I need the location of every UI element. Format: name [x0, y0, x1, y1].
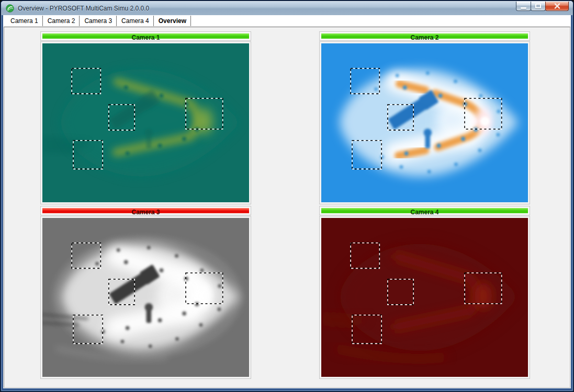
minimize-icon — [521, 7, 526, 9]
camera-4-panel: Camera 4 — [320, 206, 534, 378]
camera-2-image[interactable] — [320, 42, 530, 204]
window-body: Camera 1 Camera 2 Camera 3 Camera 4 Over… — [3, 15, 571, 388]
overview-client-area: Camera 1 — [4, 27, 570, 388]
camera-1-panel: Camera 1 — [41, 32, 255, 204]
camera-3-status-header: Camera 3 — [41, 206, 251, 215]
minimize-button[interactable] — [516, 2, 531, 11]
maximize-button[interactable] — [531, 2, 546, 11]
window-title: Overview - PYROSOFT MultiCam Simu 2.0.0.… — [18, 5, 149, 12]
camera-3-panel: Camera 3 — [41, 206, 255, 378]
camera-4-status-header: Camera 4 — [320, 206, 530, 215]
camera-4-title: Camera 4 — [410, 209, 438, 216]
app-window: Overview - PYROSOFT MultiCam Simu 2.0.0.… — [0, 0, 574, 392]
camera-2-status-header: Camera 2 — [320, 32, 530, 40]
maximize-icon — [535, 4, 541, 8]
camera-3-title: Camera 3 — [131, 209, 160, 216]
camera-1-title: Camera 1 — [131, 34, 160, 41]
camera-4-image[interactable] — [320, 216, 530, 378]
window-controls — [516, 2, 569, 11]
camera-3-image[interactable] — [41, 216, 251, 378]
camera-2-title: Camera 2 — [410, 34, 438, 41]
tab-camera-3[interactable]: Camera 3 — [80, 16, 117, 26]
close-button[interactable] — [545, 2, 569, 11]
camera-grid: Camera 1 — [41, 32, 534, 378]
cam4-hot-spot — [475, 282, 492, 309]
tab-bar: Camera 1 Camera 2 Camera 3 Camera 4 Over… — [3, 15, 571, 27]
titlebar[interactable]: Overview - PYROSOFT MultiCam Simu 2.0.0.… — [1, 1, 573, 15]
tab-camera-2[interactable]: Camera 2 — [43, 16, 80, 26]
tab-overview[interactable]: Overview — [154, 16, 191, 26]
close-icon — [554, 3, 560, 9]
cam2-hot-core — [480, 117, 489, 126]
tab-camera-4[interactable]: Camera 4 — [117, 16, 154, 26]
app-icon — [6, 4, 14, 13]
camera-1-image[interactable] — [41, 42, 251, 204]
cam2-element-segment-4 — [398, 151, 425, 156]
tab-camera-1[interactable]: Camera 1 — [6, 16, 43, 26]
camera-2-panel: Camera 2 — [320, 32, 534, 204]
camera-1-status-header: Camera 1 — [41, 32, 251, 40]
desktop: Overview - PYROSOFT MultiCam Simu 2.0.0.… — [0, 0, 574, 392]
